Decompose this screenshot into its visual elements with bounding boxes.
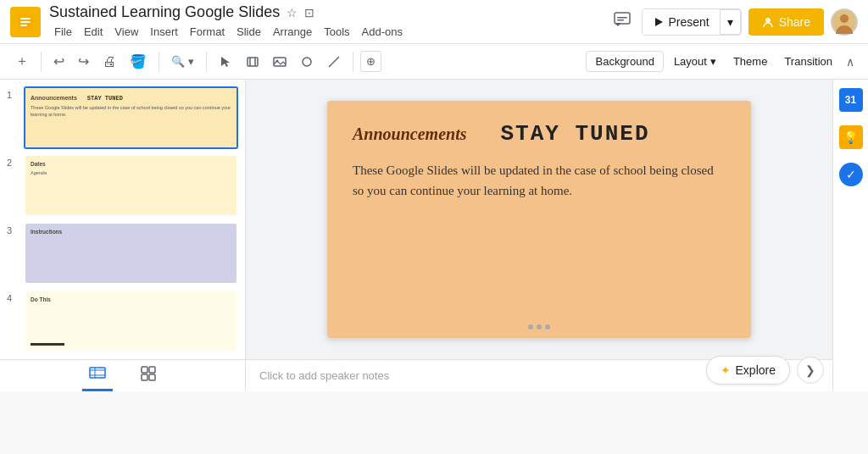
line-tool[interactable] — [322, 52, 346, 72]
top-right-actions: Present ▾ Share — [609, 7, 858, 36]
slide-thumbnail-1[interactable]: 1 Announcements STAY TUNED These Google … — [7, 86, 238, 149]
undo-button[interactable]: ↩ — [48, 50, 70, 73]
separator-3 — [206, 52, 207, 72]
top-bar: Sustained Learning Google Slides ☆ ⊡ Fil… — [0, 0, 868, 44]
grid-view-tab[interactable] — [133, 362, 164, 390]
slide-thumbnail-2[interactable]: 2 Dates Agenda — [7, 154, 238, 217]
svg-rect-12 — [274, 58, 286, 66]
editor-area: Announcements STAY TUNED These Google Sl… — [246, 80, 832, 391]
layout-button[interactable]: Layout ▾ — [667, 52, 723, 71]
svg-rect-2 — [20, 21, 31, 23]
menu-tools[interactable]: Tools — [319, 24, 354, 40]
menu-format[interactable]: Format — [185, 24, 230, 40]
svg-rect-22 — [142, 374, 147, 380]
slide-thumbnail-3[interactable]: 3 Instructions — [7, 222, 238, 285]
main-slide[interactable]: Announcements STAY TUNED These Google Sl… — [327, 101, 751, 338]
main-content: 1 Announcements STAY TUNED These Google … — [0, 80, 868, 391]
svg-rect-1 — [20, 18, 31, 19]
slide-thumbnail-4[interactable]: 4 Do This — [7, 290, 238, 352]
slide-body-text: These Google Slides will be updated in t… — [353, 160, 726, 201]
svg-rect-6 — [617, 19, 624, 21]
stay-tuned-label: STAY TUNED — [500, 121, 649, 147]
text-tool[interactable] — [241, 52, 264, 72]
calendar-sidebar-icon[interactable]: 31 — [837, 86, 865, 114]
keep-sidebar-icon[interactable]: 💡 — [837, 124, 865, 151]
explore-button[interactable]: ✦ Explore — [706, 356, 790, 385]
menu-view[interactable]: View — [109, 24, 143, 40]
nav-dot-3 — [545, 324, 550, 329]
svg-rect-5 — [617, 17, 627, 19]
menu-slide[interactable]: Slide — [231, 24, 266, 40]
panel-view-tabs — [0, 359, 245, 391]
menu-addons[interactable]: Add-ons — [357, 24, 408, 40]
menu-bar: File Edit View Insert Format Slide Arran… — [49, 24, 609, 40]
svg-point-8 — [765, 18, 771, 23]
svg-rect-11 — [248, 58, 258, 66]
more-tools[interactable]: ⊕ — [360, 51, 381, 72]
background-button[interactable]: Background — [586, 51, 663, 72]
menu-arrange[interactable]: Arrange — [268, 24, 317, 40]
collapse-toolbar-button[interactable]: ∧ — [843, 52, 858, 72]
svg-marker-7 — [655, 18, 663, 26]
svg-line-15 — [329, 57, 339, 67]
svg-point-14 — [303, 58, 311, 66]
svg-rect-16 — [90, 368, 105, 378]
transition-button[interactable]: Transition — [777, 52, 839, 71]
paint-format-button[interactable]: 🪣 — [125, 50, 152, 73]
filmstrip-view-tab[interactable] — [82, 361, 113, 391]
svg-rect-20 — [142, 367, 147, 373]
title-area: Sustained Learning Google Slides ☆ ⊡ Fil… — [49, 3, 609, 40]
announcements-label: Announcements — [353, 125, 466, 144]
theme-button[interactable]: Theme — [726, 52, 774, 71]
nav-dot-1 — [528, 324, 533, 329]
image-tool[interactable] — [268, 52, 292, 72]
app-icon — [10, 7, 41, 37]
slide-4-thumb[interactable]: Do This — [24, 290, 238, 352]
shape-tool[interactable] — [295, 52, 319, 72]
print-button[interactable]: 🖨 — [97, 51, 121, 73]
explore-star-icon: ✦ — [721, 363, 731, 377]
slide-1-thumb[interactable]: Announcements STAY TUNED These Google Sl… — [24, 86, 238, 149]
redo-button[interactable]: ↪ — [73, 50, 94, 73]
add-button[interactable]: ＋ — [10, 49, 34, 74]
star-icon[interactable]: ☆ — [287, 6, 298, 19]
menu-file[interactable]: File — [49, 24, 77, 40]
tasks-sidebar-icon[interactable]: ✓ — [837, 161, 865, 188]
explore-area: ✦ Explore ❯ — [706, 356, 824, 385]
svg-rect-21 — [149, 367, 155, 373]
right-sidebar: 31 💡 ✓ — [832, 80, 868, 391]
slide-container[interactable]: Announcements STAY TUNED These Google Sl… — [246, 80, 832, 359]
comment-button[interactable] — [609, 7, 635, 36]
main-toolbar: ＋ ↩ ↪ 🖨 🪣 🔍 ▾ ⊕ Background Layout ▾ Them… — [0, 44, 868, 80]
slides-panel: 1 Announcements STAY TUNED These Google … — [0, 80, 246, 359]
nav-dot-2 — [537, 324, 542, 329]
separator-1 — [41, 52, 42, 72]
navigate-right-button[interactable]: ❯ — [797, 357, 824, 384]
menu-insert[interactable]: Insert — [145, 24, 183, 40]
history-icon[interactable]: ⊡ — [304, 6, 314, 19]
separator-4 — [353, 52, 353, 72]
share-button[interactable]: Share — [748, 8, 824, 36]
slide-header: Announcements STAY TUNED — [353, 121, 726, 147]
present-dropdown-button[interactable]: ▾ — [721, 9, 741, 35]
zoom-control[interactable]: 🔍 ▾ — [166, 52, 199, 71]
select-tool[interactable] — [214, 52, 237, 72]
svg-rect-23 — [149, 374, 155, 380]
document-title: Sustained Learning Google Slides — [49, 3, 280, 21]
slide-3-thumb[interactable]: Instructions — [24, 222, 238, 285]
present-button[interactable]: Present — [643, 9, 720, 35]
svg-point-10 — [840, 14, 849, 23]
slide-2-thumb[interactable]: Dates Agenda — [24, 154, 238, 217]
menu-edit[interactable]: Edit — [79, 24, 108, 40]
svg-rect-3 — [20, 25, 27, 26]
separator-2 — [159, 52, 159, 72]
toolbar-right: Background Layout ▾ Theme Transition ∧ — [586, 51, 858, 72]
user-avatar[interactable] — [831, 8, 858, 36]
